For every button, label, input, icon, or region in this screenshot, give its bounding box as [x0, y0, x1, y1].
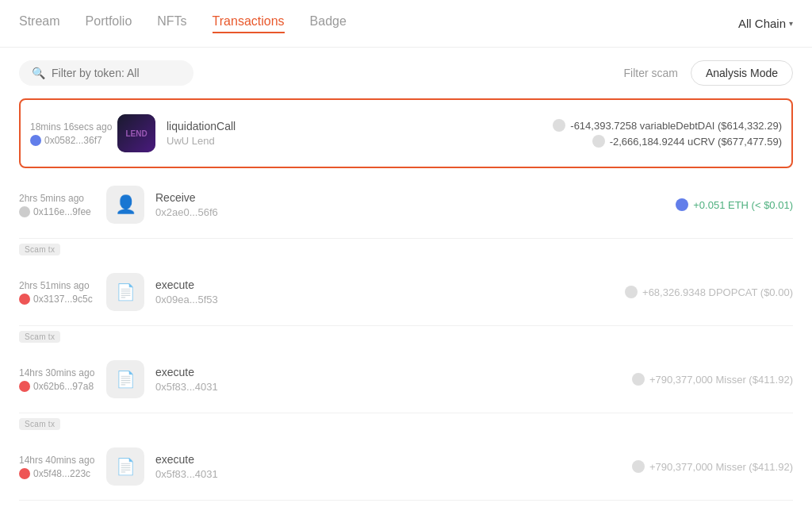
tx-protocol-label: 0x2ae0...56f6: [155, 206, 676, 218]
token-icon: [676, 198, 688, 211]
nav-tab-nfts[interactable]: NFTs: [157, 14, 186, 33]
tx-amounts: +790,377,000 Misser ($411.92): [632, 373, 793, 386]
toolbar-right: Filter scam Analysis Mode: [624, 60, 794, 86]
tx-name: execute: [155, 453, 632, 466]
table-row[interactable]: 14hrs 40mins ago0x5f48...223c📄execute0x5…: [19, 433, 793, 501]
tx-hash: 0x5f48...223c: [19, 468, 106, 479]
tx-time: 14hrs 30mins ago: [19, 367, 106, 378]
main-nav: StreamPortfolioNFTsTransactionsBadge All…: [0, 0, 812, 48]
tx-info: execute0x5f83...4031: [155, 453, 632, 480]
tx-amounts: -614,393.7258 variableDebtDAI ($614,332.…: [553, 119, 782, 148]
search-icon: 🔍: [32, 67, 45, 79]
table-row[interactable]: 2hrs 51mins ago0x3137...9c5c📄execute0x09…: [19, 259, 793, 326]
tx-meta: 2hrs 51mins ago0x3137...9c5c: [19, 280, 106, 305]
amount-text: +68,326.9348 DPOPCAT ($0.00): [642, 286, 793, 298]
tx-amount-line: +790,377,000 Misser ($411.92): [632, 373, 793, 386]
transaction-section: Scam tx2hrs 51mins ago0x3137...9c5c📄exec…: [19, 242, 793, 326]
tx-hash: 0x0582...36f7: [30, 135, 117, 146]
token-icon: [632, 373, 645, 386]
tx-info: liquidationCallUwU Lend: [167, 120, 553, 147]
tx-protocol-label: UwU Lend: [167, 135, 553, 147]
transaction-section: 18mins 16secs ago0x0582...36f7LENDliquid…: [19, 98, 793, 168]
tx-hash-text: 0x0582...36f7: [44, 135, 102, 146]
scam-badge: Scam tx: [19, 418, 60, 430]
table-row[interactable]: 14hrs 30mins ago0x62b6...97a8📄execute0x5…: [19, 346, 793, 413]
tx-meta: 14hrs 40mins ago0x5f48...223c: [19, 455, 106, 479]
nav-tab-stream[interactable]: Stream: [19, 14, 60, 33]
chain-icon: [30, 135, 41, 146]
tx-meta: 2hrs 5mins ago0x116e...9fee: [19, 193, 106, 217]
filter-token-input[interactable]: [52, 67, 178, 79]
chain-icon: [19, 294, 30, 305]
amount-text: +790,377,000 Misser ($411.92): [649, 374, 793, 386]
amount-text: -2,666,184.9244 uCRV ($677,477.59): [610, 136, 782, 148]
chain-label: All Chain: [738, 17, 786, 30]
nav-tab-badge[interactable]: Badge: [310, 14, 347, 33]
toolbar: 🔍 Filter scam Analysis Mode: [0, 48, 812, 98]
tx-hash: 0x116e...9fee: [19, 206, 106, 217]
nav-tab-portfolio[interactable]: Portfolio: [86, 14, 132, 33]
tx-protocol-icon: 📄: [106, 447, 144, 486]
chain-selector[interactable]: All Chain ▾: [738, 17, 793, 30]
tx-amounts: +68,326.9348 DPOPCAT ($0.00): [625, 286, 793, 298]
nav-tabs: StreamPortfolioNFTsTransactionsBadge: [19, 14, 738, 33]
tx-hash-text: 0x3137...9c5c: [33, 294, 93, 305]
tx-name: Receive: [155, 191, 676, 204]
tx-time: 14hrs 40mins ago: [19, 455, 106, 466]
analysis-mode-button[interactable]: Analysis Mode: [691, 60, 793, 86]
amount-text: -614,393.7258 variableDebtDAI ($614,332.…: [570, 120, 782, 132]
amount-text: +0.051 ETH (< $0.01): [693, 199, 793, 211]
tx-protocol-label: 0x5f83...4031: [155, 468, 632, 480]
tx-time: 18mins 16secs ago: [30, 121, 117, 132]
tx-name: liquidationCall: [167, 120, 553, 132]
filter-scam-button[interactable]: Filter scam: [624, 67, 678, 79]
tx-hash-text: 0x5f48...223c: [33, 468, 90, 479]
chain-icon: [19, 468, 30, 479]
tx-amounts: +790,377,000 Misser ($411.92): [632, 460, 793, 473]
transaction-section: Scam tx14hrs 40mins ago0x5f48...223c📄exe…: [19, 417, 793, 501]
table-row[interactable]: 2hrs 5mins ago0x116e...9fee👤Receive0x2ae…: [19, 171, 793, 239]
tx-name: execute: [155, 366, 632, 378]
tx-amount-line: -2,666,184.9244 uCRV ($677,477.59): [592, 135, 782, 148]
tx-protocol-label: 0x5f83...4031: [155, 381, 632, 393]
tx-protocol-icon: LEND: [117, 114, 155, 152]
scam-badge: Scam tx: [19, 331, 60, 343]
amount-text: +790,377,000 Misser ($411.92): [649, 461, 793, 473]
tx-meta: 14hrs 30mins ago0x62b6...97a8: [19, 367, 106, 392]
tx-info: Receive0x2ae0...56f6: [155, 191, 676, 218]
tx-amount-line: +68,326.9348 DPOPCAT ($0.00): [625, 286, 793, 298]
tx-meta: 18mins 16secs ago0x0582...36f7: [30, 121, 117, 146]
tx-name: execute: [155, 278, 625, 291]
token-icon: [553, 119, 565, 132]
tx-amount-line: +0.051 ETH (< $0.01): [676, 198, 793, 211]
tx-hash: 0x3137...9c5c: [19, 294, 106, 305]
tx-protocol-icon: 📄: [106, 273, 144, 311]
token-icon: [625, 286, 638, 298]
tx-info: execute0x5f83...4031: [155, 366, 632, 393]
transaction-section: 2hrs 5mins ago0x116e...9fee👤Receive0x2ae…: [19, 171, 793, 239]
tx-hash-text: 0x62b6...97a8: [33, 381, 94, 392]
tx-amount-line: +790,377,000 Misser ($411.92): [632, 460, 793, 473]
scam-badge: Scam tx: [19, 244, 60, 255]
tx-time: 2hrs 5mins ago: [19, 193, 106, 204]
nav-tab-transactions[interactable]: Transactions: [213, 14, 285, 33]
tx-amounts: +0.051 ETH (< $0.01): [676, 198, 793, 211]
transaction-list: 18mins 16secs ago0x0582...36f7LENDliquid…: [0, 98, 812, 501]
token-icon: [632, 460, 645, 473]
tx-amount-line: -614,393.7258 variableDebtDAI ($614,332.…: [553, 119, 782, 132]
tx-protocol-icon: 📄: [106, 360, 144, 398]
filter-token-input-wrap[interactable]: 🔍: [19, 60, 193, 86]
tx-hash: 0x62b6...97a8: [19, 381, 106, 392]
tx-protocol-label: 0x09ea...5f53: [155, 294, 625, 305]
token-icon: [592, 135, 605, 148]
chain-icon: [19, 381, 30, 392]
table-row[interactable]: 18mins 16secs ago0x0582...36f7LENDliquid…: [19, 98, 793, 168]
chevron-down-icon: ▾: [789, 19, 793, 28]
tx-hash-text: 0x116e...9fee: [33, 206, 91, 217]
transaction-section: Scam tx14hrs 30mins ago0x62b6...97a8📄exe…: [19, 329, 793, 413]
tx-time: 2hrs 51mins ago: [19, 280, 106, 291]
tx-protocol-icon: 👤: [106, 186, 144, 224]
chain-icon: [19, 206, 30, 217]
tx-info: execute0x09ea...5f53: [155, 278, 625, 305]
